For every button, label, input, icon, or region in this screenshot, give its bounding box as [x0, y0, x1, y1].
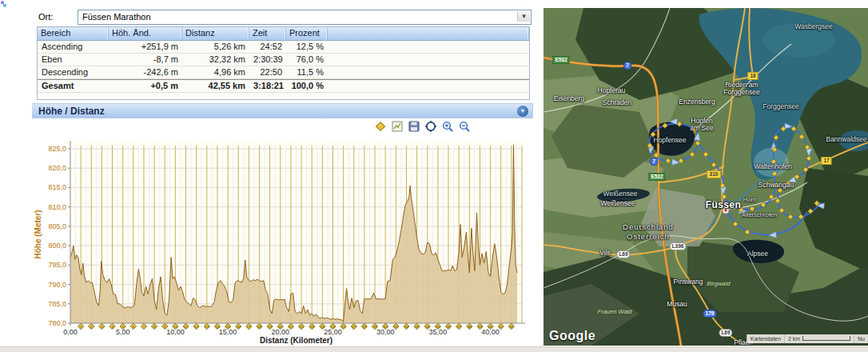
status-strip [0, 346, 868, 352]
svg-text:780,0: 780,0 [48, 319, 66, 327]
svg-text:16: 16 [237, 325, 241, 329]
svg-text:0,00: 0,00 [63, 328, 78, 336]
dropdown-arrow-icon[interactable]: ▼ [517, 11, 530, 22]
y-axis-label: Höhe (Meter) [34, 210, 42, 258]
svg-text:12: 12 [194, 325, 198, 329]
svg-text:27: 27 [352, 325, 356, 329]
svg-text:25: 25 [331, 325, 335, 329]
km-marker[interactable]: 16 [236, 323, 241, 329]
column-header[interactable]: Höh. Änd. [109, 27, 182, 40]
svg-text:22: 22 [300, 325, 304, 329]
svg-text:38: 38 [468, 325, 472, 329]
svg-text:795,0: 795,0 [48, 261, 66, 269]
svg-text:34: 34 [425, 325, 429, 329]
svg-text:10: 10 [173, 325, 177, 329]
table-row[interactable]: Descending-242,6 m4,96 km22:5011,5 % [38, 66, 529, 79]
km-marker[interactable]: 7 [141, 323, 146, 329]
svg-text:36: 36 [447, 325, 451, 329]
statistics-table: BereichHöh. Änd.DistanzZeitProzent Ascen… [37, 26, 530, 100]
table-cell: +251,9 m [109, 41, 182, 53]
pan-icon[interactable] [424, 120, 437, 133]
map-attribution: Kartendaten 2 km Nu [747, 334, 868, 343]
svg-text:13: 13 [205, 325, 209, 329]
table-cell: Gesamt [38, 80, 109, 92]
app-icon [1, 1, 6, 7]
km-marker[interactable]: 3 [99, 323, 105, 329]
km-marker[interactable]: 2 [89, 323, 94, 329]
map-view[interactable]: WasbergseeRieden amForggenseeHopferauEis… [543, 8, 868, 346]
panel-collapse-button[interactable]: ▾ [517, 106, 528, 117]
table-cell: 2:30:39 [249, 54, 286, 66]
table-row[interactable]: Eben-8,7 m32,32 km2:30:3976,0 % [38, 54, 529, 66]
table-row[interactable]: Ascending+251,9 m5,26 km24:5212,5 % [38, 41, 529, 54]
km-marker[interactable]: 1 [78, 323, 83, 329]
km-marker[interactable]: 38 [467, 323, 472, 329]
column-header[interactable]: Distanz [182, 27, 249, 40]
attribution-terms[interactable]: Nu [854, 334, 868, 343]
fuessen-marker[interactable] [723, 207, 729, 214]
svg-text:820,0: 820,0 [48, 164, 66, 172]
km-marker[interactable]: 13 [204, 323, 209, 329]
km-marker[interactable]: 28 [361, 323, 367, 329]
column-header[interactable]: Zeit [249, 27, 286, 40]
svg-text:14: 14 [216, 325, 220, 329]
application-window: Ort: Füssen Marathon ▼ BereichHöh. Änd.D… [0, 0, 868, 352]
chart-settings-icon[interactable] [391, 120, 404, 133]
km-marker[interactable]: 21 [288, 323, 293, 329]
km-marker[interactable]: 42 [508, 323, 514, 329]
table-row[interactable]: Gesamt+0,5 m42,55 km3:18:21100,0 % [38, 79, 529, 93]
km-marker[interactable]: 4 [109, 323, 115, 329]
ort-select[interactable]: Füssen Marathon ▼ [78, 10, 532, 25]
km-marker[interactable]: 37 [456, 323, 461, 329]
svg-text:785,0: 785,0 [48, 300, 66, 308]
svg-text:17: 17 [247, 325, 251, 329]
table-cell: Ascending [38, 41, 109, 53]
svg-text:30: 30 [384, 325, 388, 329]
km-marker[interactable]: 8 [151, 323, 157, 329]
svg-text:21: 21 [289, 325, 293, 329]
svg-text:39: 39 [478, 325, 482, 329]
km-marker[interactable]: 31 [393, 323, 399, 329]
svg-text:11: 11 [184, 325, 188, 329]
zoom-in-icon[interactable] [441, 120, 454, 133]
column-header[interactable]: Bereich [38, 27, 109, 40]
svg-text:33: 33 [415, 325, 419, 329]
svg-text:20: 20 [278, 325, 282, 329]
km-marker[interactable]: 23 [309, 323, 315, 329]
svg-text:800,0: 800,0 [48, 242, 66, 250]
svg-text:29: 29 [373, 325, 377, 329]
svg-text:18: 18 [257, 325, 261, 329]
km-marker[interactable]: 18 [257, 323, 262, 329]
km-marker[interactable]: 36 [445, 323, 451, 329]
svg-text:825,0: 825,0 [48, 145, 66, 153]
svg-text:32: 32 [404, 325, 408, 329]
km-marker[interactable]: 27 [351, 323, 356, 329]
km-marker[interactable]: 22 [298, 323, 304, 329]
km-marker-toggle-icon[interactable] [374, 120, 387, 133]
elevation-chart: 780,0785,0790,0795,0800,0805,0810,0815,0… [32, 134, 533, 347]
km-marker[interactable]: 41 [498, 323, 504, 329]
table-cell: Eben [38, 54, 109, 66]
chart-panel-header: Höhe / Distanz ▾ [32, 103, 533, 118]
km-marker[interactable]: 11 [183, 323, 189, 329]
km-marker[interactable]: 33 [414, 323, 420, 329]
svg-text:31: 31 [394, 325, 398, 329]
svg-text:26: 26 [341, 325, 345, 329]
save-icon[interactable] [408, 120, 420, 133]
svg-text:19: 19 [268, 325, 272, 329]
scale-bar [802, 336, 850, 341]
column-header[interactable]: Prozent [286, 27, 328, 40]
zoom-out-icon[interactable] [458, 120, 471, 133]
attribution-kartendaten[interactable]: Kartendaten [747, 334, 784, 343]
map-canvas [543, 8, 868, 346]
table-cell: +0,5 m [109, 80, 182, 92]
km-marker[interactable]: 26 [340, 323, 346, 329]
km-marker[interactable]: 17 [246, 323, 252, 329]
table-cell: 32,32 km [182, 54, 249, 66]
map-scale: 2 km [784, 334, 854, 343]
km-marker[interactable]: 32 [404, 323, 409, 329]
km-marker[interactable]: 6 [130, 323, 136, 329]
chart-toolbar [374, 120, 471, 133]
svg-text:24: 24 [321, 325, 325, 329]
km-marker[interactable]: 12 [193, 323, 199, 329]
